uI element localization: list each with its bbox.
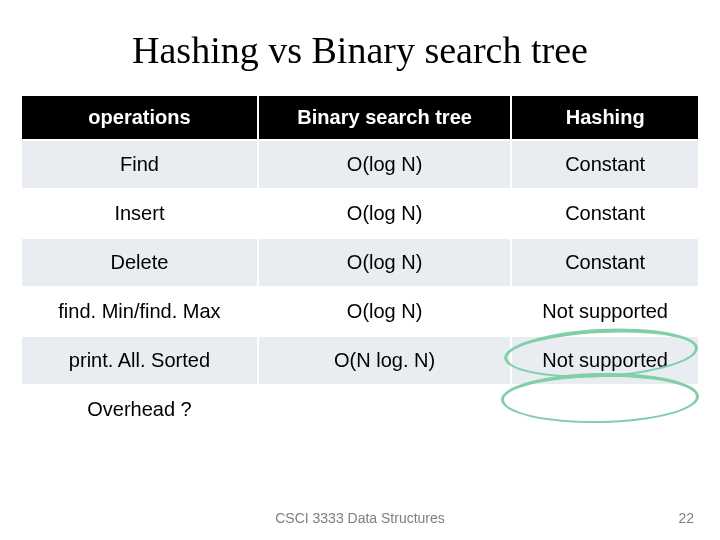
cell-operation: Delete [21,238,258,287]
cell-hash [511,385,699,434]
slide: Hashing vs Binary search tree operations… [0,0,720,540]
cell-operation: Insert [21,189,258,238]
cell-bst: O(N log. N) [258,336,511,385]
cell-bst: O(log N) [258,140,511,189]
table-row: print. All. Sorted O(N log. N) Not suppo… [21,336,699,385]
header-hashing: Hashing [511,95,699,140]
header-bst: Binary search tree [258,95,511,140]
cell-operation: Find [21,140,258,189]
header-operations: operations [21,95,258,140]
cell-bst [258,385,511,434]
table-row: Overhead ? [21,385,699,434]
cell-bst: O(log N) [258,238,511,287]
footer-page: 22 [678,510,694,526]
cell-hash: Not supported [511,336,699,385]
table-row: find. Min/find. Max O(log N) Not support… [21,287,699,336]
cell-operation: find. Min/find. Max [21,287,258,336]
footer-course: CSCI 3333 Data Structures [275,510,445,526]
cell-hash: Constant [511,140,699,189]
cell-hash: Constant [511,189,699,238]
slide-title: Hashing vs Binary search tree [0,0,720,94]
cell-bst: O(log N) [258,189,511,238]
cell-bst: O(log N) [258,287,511,336]
cell-operation: print. All. Sorted [21,336,258,385]
cell-operation: Overhead ? [21,385,258,434]
table-row: Insert O(log N) Constant [21,189,699,238]
cell-hash: Constant [511,238,699,287]
table-row: Find O(log N) Constant [21,140,699,189]
table-header-row: operations Binary search tree Hashing [21,95,699,140]
table-row: Delete O(log N) Constant [21,238,699,287]
cell-hash: Not supported [511,287,699,336]
comparison-table: operations Binary search tree Hashing Fi… [20,94,700,435]
